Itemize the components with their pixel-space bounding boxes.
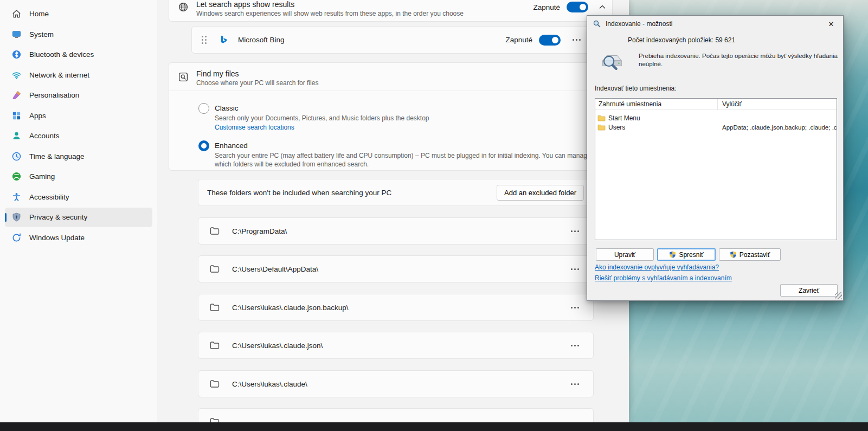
taskbar-strip[interactable] (0, 422, 868, 431)
index-locations-label: Indexovať tieto umiestnenia: (595, 85, 677, 92)
listview-body: Start Menu Users AppData; .claude.json.b… (595, 110, 837, 132)
folder-path: C:\Users\Default\AppData\ (232, 265, 569, 273)
indexing-status-text: Prebieha indexovanie. Počas tejto operác… (639, 52, 850, 68)
folder-icon (209, 416, 220, 422)
bluetooth-icon (11, 49, 22, 60)
sidebar-item-gaming[interactable]: Gaming (5, 167, 152, 186)
folder-more-options-button[interactable] (569, 225, 581, 237)
dialog-titlebar[interactable]: Indexovanie - možnosti ✕ (587, 16, 843, 32)
classic-description: Search only your Documents, Pictures, an… (215, 114, 600, 123)
location-name: Users (608, 124, 625, 131)
uac-shield-icon (669, 251, 676, 258)
find-my-files-description: Choose where your PC will search for fil… (196, 79, 318, 87)
drag-handle-icon[interactable] (202, 36, 207, 44)
sidebar-item-label: Home (29, 10, 49, 18)
folder-more-options-button[interactable] (569, 263, 581, 275)
search-apps-toggle[interactable] (567, 2, 588, 12)
desktop-screen: Home System Bluetooth & devices Network … (0, 0, 868, 431)
enhanced-label: Enhanced (215, 141, 248, 150)
classic-radio[interactable] (198, 103, 209, 114)
modify-button[interactable]: Upraviť (596, 248, 654, 261)
sidebar-item-label: Privacy & security (29, 213, 87, 221)
folder-more-options-button[interactable] (569, 339, 581, 351)
sidebar-item-label: Accessibility (29, 193, 69, 201)
home-icon (11, 9, 22, 20)
excluded-folder-row-partial (198, 408, 594, 422)
search-apps-title: Let search apps show results (196, 0, 294, 9)
listview-header: Zahrnuté umiestnenia Vylúčiť (595, 99, 837, 110)
resize-grip[interactable] (835, 292, 842, 299)
search-apps-toggle-label: Zapnuté (533, 3, 560, 11)
sidebar-item-label: Apps (29, 112, 46, 120)
location-row-users[interactable]: Users AppData; .claude.json.backup; .cla… (595, 123, 837, 132)
sidebar-item-windows-update[interactable]: Windows Update (5, 228, 152, 247)
sidebar-item-accessibility[interactable]: Accessibility (5, 187, 152, 207)
troubleshoot-link[interactable]: Riešiť problémy s vyhľadávaním a indexov… (595, 274, 732, 282)
folder-icon (209, 340, 220, 351)
excluded-folders-header: These folders won't be included when sea… (198, 179, 594, 206)
sidebar-item-label: Time & language (29, 152, 85, 160)
folder-path: C:\Users\lukas\.claude.json.backup\ (232, 304, 569, 312)
chevron-up-icon[interactable] (598, 3, 607, 11)
bing-more-options-button[interactable] (570, 34, 582, 46)
sidebar-item-label: Gaming (29, 172, 55, 181)
included-locations-column-header[interactable]: Zahrnuté umiestnenia (595, 99, 718, 110)
sidebar-item-system[interactable]: System (5, 24, 152, 44)
sidebar-item-label: Accounts (29, 132, 60, 140)
sidebar-item-home[interactable]: Home (5, 4, 152, 24)
settings-content: Let search apps show results Windows sea… (157, 0, 629, 422)
excluded-folder-row: C:\Users\lukas\.claude.json.backup\ (198, 294, 594, 321)
accounts-icon (11, 131, 22, 141)
add-excluded-folder-button[interactable]: Add an excluded folder (497, 185, 584, 201)
folder-path: C:\ProgramData\ (232, 227, 569, 235)
sidebar-item-label: Personalisation (29, 91, 79, 99)
pause-button[interactable]: Pozastaviť (719, 248, 781, 261)
enhanced-radio[interactable] (198, 140, 209, 151)
bing-toggle[interactable] (539, 35, 561, 46)
bing-app-name: Microsoft Bing (238, 36, 505, 44)
close-dialog-button[interactable]: Zavrieť (780, 284, 838, 297)
folder-more-options-button[interactable] (569, 301, 581, 313)
sidebar-item-network-internet[interactable]: Network & internet (5, 65, 152, 85)
modify-button-label: Upraviť (614, 251, 635, 259)
excluded-folder-row: C:\Users\lukas\.claude.json\ (198, 332, 594, 359)
close-dialog-button-label: Zavrieť (799, 287, 819, 294)
apps-icon (11, 110, 22, 121)
accessibility-icon (11, 191, 22, 202)
find-my-files-header: Find my files Choose where your PC will … (169, 63, 612, 91)
folder-more-options-button[interactable] (569, 378, 581, 390)
sidebar-item-bluetooth-devices[interactable]: Bluetooth & devices (5, 45, 152, 65)
sidebar-item-personalisation[interactable]: Personalisation (5, 86, 152, 105)
folder-icon (597, 114, 606, 121)
indexed-locations-listview[interactable]: Zahrnuté umiestnenia Vylúčiť Start Menu … (595, 98, 837, 240)
sidebar-item-label: Bluetooth & devices (29, 50, 94, 59)
folder-icon (209, 378, 220, 389)
indexing-help-link[interactable]: Ako indexovanie ovplyvňuje vyhľadávania? (595, 263, 719, 271)
indexing-dialog-icon (593, 20, 601, 28)
settings-window: Home System Bluetooth & devices Network … (0, 0, 629, 422)
location-exclude: AppData; .claude.json.backup; .claude; .… (718, 124, 837, 131)
uac-shield-icon (730, 251, 737, 258)
personalisation-icon (11, 90, 22, 101)
close-icon[interactable]: ✕ (822, 17, 840, 30)
excluded-folder-row: C:\ProgramData\ (198, 217, 594, 245)
sidebar-item-time-language[interactable]: Time & language (5, 146, 152, 166)
bing-toggle-label: Zapnuté (505, 36, 532, 44)
exclude-column-header[interactable]: Vylúčiť (718, 99, 837, 110)
indexing-drive-icon (599, 49, 624, 72)
location-row-start-menu[interactable]: Start Menu (595, 113, 837, 123)
globe-icon (178, 2, 189, 12)
advanced-button[interactable]: Spresniť (657, 248, 716, 261)
indexed-items-count: Počet indexovaných položiek: 59 621 (628, 36, 735, 44)
bing-search-app-row: Microsoft Bing Zapnuté (191, 26, 594, 54)
folder-path: C:\Users\lukas\.claude.json\ (232, 342, 569, 350)
sidebar-item-privacy-security[interactable]: Privacy & security (5, 208, 152, 227)
gaming-icon (11, 171, 22, 182)
search-apps-expander[interactable]: Let search apps show results Windows sea… (169, 0, 613, 22)
sidebar-item-apps[interactable]: Apps (5, 106, 152, 125)
sidebar-item-accounts[interactable]: Accounts (5, 126, 152, 146)
folder-path: C:\Users\lukas\.claude\ (232, 380, 569, 388)
settings-sidebar: Home System Bluetooth & devices Network … (0, 0, 157, 422)
customise-search-locations-link[interactable]: Customise search locations (215, 124, 294, 131)
time-language-icon (11, 151, 22, 162)
